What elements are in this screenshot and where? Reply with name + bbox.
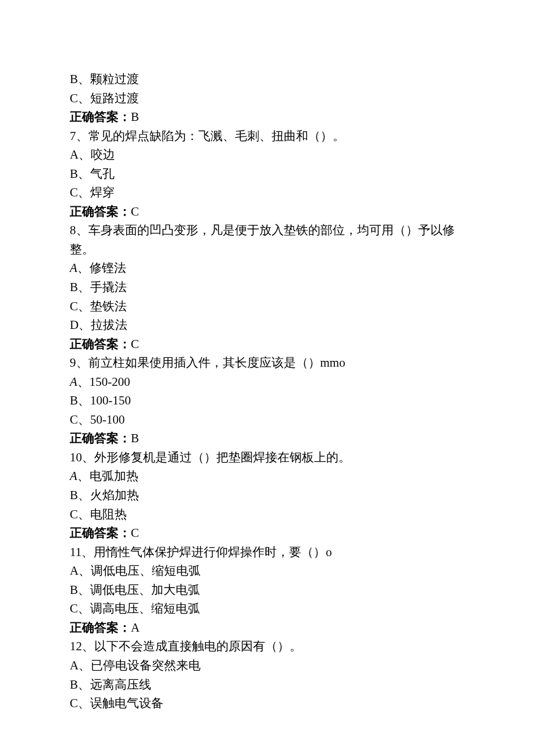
text-line: 12、以下不会造成直接触电的原因有（）。 <box>70 637 465 656</box>
text-line: B、远离高压线 <box>70 675 465 694</box>
text-line: C、电阻热 <box>70 505 465 524</box>
text-line: A、电弧加热 <box>70 467 465 486</box>
text-line: A、咬边 <box>70 145 465 164</box>
text-line: 9、前立柱如果使用插入件，其长度应该是（）mmo <box>70 353 465 372</box>
answer-label: 正确答案： <box>70 205 131 218</box>
text-line: C、垫铁法 <box>70 297 465 316</box>
document-page: B、颗粒过渡C、短路过渡正确答案：B7、常见的焊点缺陷为：飞溅、毛刺、扭曲和（）… <box>0 0 535 756</box>
text-line: C、短路过渡 <box>70 89 465 108</box>
answer-value: C <box>131 205 139 218</box>
text-line: A、150-200 <box>70 372 465 392</box>
text-line: 正确答案：A <box>70 618 465 637</box>
text-line: 8、车身表面的凹凸变形，凡是便于放入垫铁的部位，均可用（）予以修整。 <box>70 221 465 259</box>
text-line: C、误触电气设备 <box>70 694 465 713</box>
text-line: 正确答案：B <box>70 429 465 448</box>
text-line: B、100-150 <box>70 391 465 410</box>
document-content: B、颗粒过渡C、短路过渡正确答案：B7、常见的焊点缺陷为：飞溅、毛刺、扭曲和（）… <box>70 70 465 713</box>
text-line: B、火焰加热 <box>70 486 465 505</box>
text-line: 正确答案：B <box>70 108 465 127</box>
text-line: A、修铿法 <box>70 259 465 278</box>
text-line: 正确答案：C <box>70 335 465 354</box>
answer-value: C <box>131 337 139 351</box>
text-line: C、调高电压、缩短电弧 <box>70 599 465 618</box>
option-letter: A <box>70 375 77 389</box>
text-line: B、手撬法 <box>70 278 465 297</box>
text-line: B、颗粒过渡 <box>70 70 465 89</box>
text-line: A、已停电设备突然来电 <box>70 656 465 675</box>
text-line: B、气孔 <box>70 164 465 184</box>
option-text: 、150-200 <box>77 375 130 389</box>
answer-value: A <box>131 621 140 635</box>
text-line: C、焊穿 <box>70 183 465 202</box>
text-line: 11、用惰性气体保护焊进行仰焊操作时，要（）o <box>70 543 465 562</box>
answer-value: B <box>131 110 139 124</box>
text-line: 正确答案：C <box>70 524 465 543</box>
text-line: D、拉拔法 <box>70 316 465 335</box>
text-line: 10、外形修复机是通过（）把垫圈焊接在钢板上的。 <box>70 448 465 467</box>
answer-label: 正确答案： <box>70 621 131 634</box>
text-line: C、50-100 <box>70 410 465 429</box>
option-text: 、电弧加热 <box>77 469 138 483</box>
option-letter: A <box>70 469 77 483</box>
answer-value: B <box>131 431 139 445</box>
text-line: 正确答案：C <box>70 202 465 221</box>
text-line: A、调低电压、缩短电弧 <box>70 561 465 581</box>
option-text: 、修铿法 <box>77 261 126 275</box>
answer-label: 正确答案： <box>70 110 131 123</box>
answer-value: C <box>131 526 139 540</box>
answer-label: 正确答案： <box>70 337 131 350</box>
option-letter: A <box>70 261 77 275</box>
answer-label: 正确答案： <box>70 431 131 445</box>
text-line: B、调低电压、加大电弧 <box>70 581 465 600</box>
answer-label: 正确答案： <box>70 526 131 539</box>
text-line: 7、常见的焊点缺陷为：飞溅、毛刺、扭曲和（）。 <box>70 127 465 146</box>
